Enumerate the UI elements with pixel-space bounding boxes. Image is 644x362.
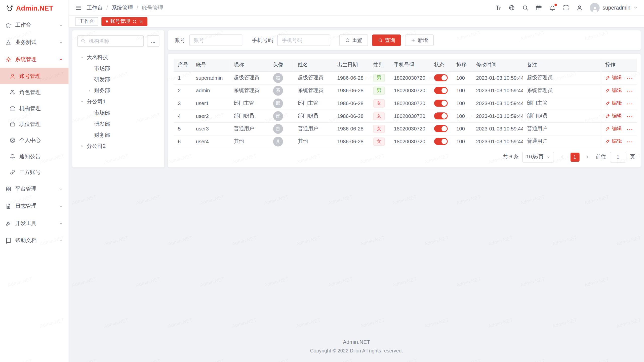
user-icon[interactable]	[576, 4, 583, 11]
cell-remark: 超级管理员	[523, 71, 601, 84]
edit-button[interactable]: 编辑	[605, 87, 622, 94]
cell-nickname: 部门主管	[230, 97, 269, 110]
row-more-button[interactable]: ···	[627, 88, 633, 94]
close-icon[interactable]	[139, 19, 143, 24]
phone-input[interactable]	[277, 34, 330, 46]
row-more-button[interactable]: ···	[627, 126, 633, 132]
goto-page-input[interactable]	[610, 152, 626, 162]
page-size-select[interactable]: 10条/页	[522, 152, 554, 162]
toggle-knob	[441, 75, 447, 80]
sidebar-item-notice-announcement[interactable]: 通知公告	[0, 148, 69, 164]
org-more-button[interactable]: ...	[147, 35, 159, 47]
status-toggle[interactable]	[434, 100, 448, 107]
sidebar-item-help-docs[interactable]: 帮助文档	[0, 232, 69, 249]
tree-node[interactable]: 财务部	[77, 85, 159, 96]
toggle-knob	[441, 113, 447, 119]
tab-workbench[interactable]: 工作台	[75, 17, 98, 26]
refresh-icon	[345, 38, 350, 43]
column-header: 性别	[369, 59, 390, 71]
tree-node[interactable]: 研发部	[77, 118, 159, 129]
book-icon	[5, 237, 11, 243]
reset-button[interactable]: 重置	[339, 34, 368, 46]
status-toggle[interactable]	[434, 112, 448, 119]
column-header: 排序	[452, 59, 472, 71]
tree-node[interactable]: 研发部	[77, 74, 159, 85]
avatar: 超	[273, 73, 283, 83]
tree-node[interactable]: 财务部	[77, 129, 159, 140]
user-menu[interactable]: superadmin	[590, 3, 638, 13]
sidebar-item-third-party-account[interactable]: 三方账号	[0, 164, 69, 180]
tab-account-management[interactable]: 账号管理	[101, 17, 147, 26]
row-more-button[interactable]: ···	[627, 76, 633, 81]
search-icon[interactable]	[522, 4, 529, 11]
prev-page-button[interactable]	[557, 153, 567, 162]
gear-icon	[5, 56, 11, 62]
row-more-button[interactable]: ···	[627, 101, 633, 107]
sidebar-item-platform-management[interactable]: 平台管理	[0, 180, 69, 198]
gift-icon[interactable]	[536, 4, 542, 11]
sidebar-item-role-management[interactable]: 角色管理	[0, 84, 69, 100]
column-header: 操作	[601, 59, 637, 71]
edit-button[interactable]: 编辑	[605, 138, 622, 145]
main-area: 工作台/系统管理/账号管理 superadmin 工作台账号管理	[69, 0, 644, 362]
sidebar-item-workbench[interactable]: 工作台	[0, 16, 69, 34]
status-toggle[interactable]	[434, 125, 448, 132]
logo[interactable]: Admin.NET	[0, 0, 69, 16]
org-search-input[interactable]	[77, 35, 144, 47]
tree-node[interactable]: 大名科技	[77, 52, 159, 63]
add-button[interactable]: 新增	[405, 34, 434, 46]
sidebar-item-system-management[interactable]: 系统管理	[0, 51, 69, 68]
tree-node[interactable]: 市场部	[77, 107, 159, 118]
tree-node-label: 大名科技	[87, 54, 108, 61]
language-icon[interactable]	[508, 4, 515, 11]
sidebar-item-org-management[interactable]: 机构管理	[0, 100, 69, 116]
caret-icon[interactable]	[79, 54, 85, 61]
account-input[interactable]	[189, 34, 243, 46]
sidebar-item-label: 平台管理	[15, 185, 55, 192]
caret-icon[interactable]	[79, 98, 85, 105]
bell-icon[interactable]	[549, 4, 556, 11]
edit-button[interactable]: 编辑	[605, 112, 622, 119]
refresh-icon[interactable]	[132, 19, 137, 24]
font-size-icon[interactable]	[495, 4, 501, 11]
tree-node[interactable]: 市场部	[77, 63, 159, 74]
edit-button[interactable]: 编辑	[605, 125, 622, 132]
breadcrumb-item[interactable]: 账号管理	[142, 4, 163, 11]
sidebar-item-account-management[interactable]: 账号管理	[0, 68, 69, 84]
gender-tag: 女	[373, 99, 385, 107]
breadcrumb-item[interactable]: 工作台	[87, 4, 103, 11]
search-button[interactable]: 查询	[372, 34, 401, 46]
edit-button[interactable]: 编辑	[605, 100, 622, 107]
cell-birth: 1986-06-28	[333, 122, 369, 135]
cell-account: user1	[192, 97, 229, 110]
status-toggle[interactable]	[434, 87, 448, 94]
cell-sort: 100	[452, 122, 472, 135]
breadcrumb-item[interactable]: 系统管理	[111, 4, 133, 11]
cell-account: superadmin	[192, 71, 229, 84]
tree-node[interactable]: 分公司2	[77, 140, 159, 151]
caret-icon[interactable]	[79, 143, 85, 149]
status-toggle[interactable]	[434, 74, 448, 81]
edit-button[interactable]: 编辑	[605, 74, 622, 81]
caret-icon[interactable]	[86, 87, 93, 94]
reset-button-label: 重置	[352, 37, 362, 44]
sidebar-item-log-management[interactable]: 日志管理	[0, 197, 69, 215]
fullscreen-icon[interactable]	[563, 4, 569, 11]
sidebar-item-dev-tools[interactable]: 开发工具	[0, 215, 69, 232]
sidebar-item-position-management[interactable]: 职位管理	[0, 116, 69, 132]
avatar: 系	[273, 85, 283, 95]
collapse-menu-icon[interactable]	[75, 4, 82, 11]
edit-icon	[605, 88, 610, 93]
page-number-1[interactable]: 1	[570, 153, 579, 162]
cell-phone: 18020030720	[390, 84, 430, 97]
status-toggle[interactable]	[434, 138, 448, 145]
flask-icon	[5, 39, 11, 45]
sidebar-item-personal-center[interactable]: 个人中心	[0, 132, 69, 148]
column-header: 姓名	[294, 59, 333, 71]
sidebar-item-business-test[interactable]: 业务测试	[0, 34, 69, 51]
row-more-button[interactable]: ···	[627, 114, 633, 120]
next-page-button[interactable]	[583, 153, 592, 162]
row-more-button[interactable]: ···	[627, 139, 633, 145]
cell-sort: 100	[452, 110, 472, 122]
tree-node[interactable]: 分公司1	[77, 96, 159, 107]
